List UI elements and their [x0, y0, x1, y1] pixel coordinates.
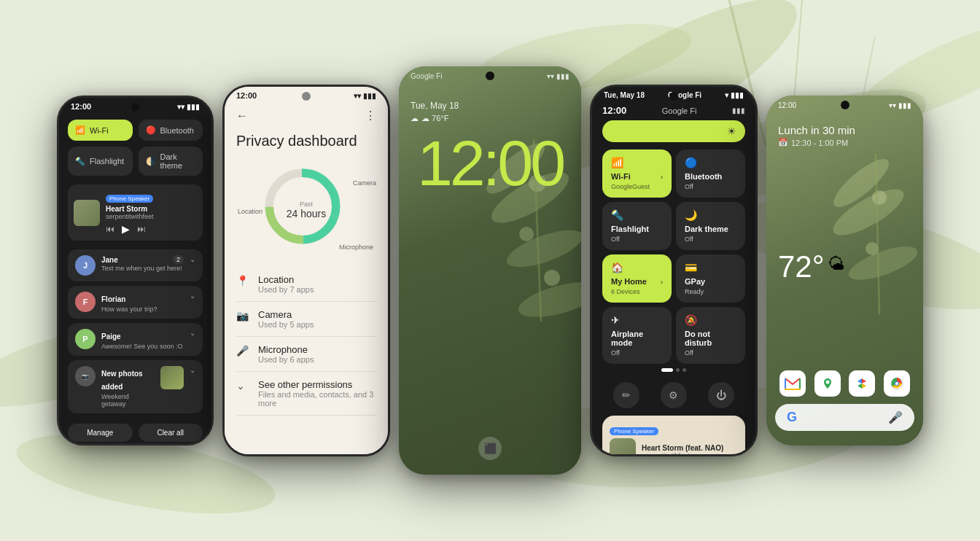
- other-permissions[interactable]: ⌄ See other permissions Files and media,…: [236, 372, 376, 416]
- photos-icon[interactable]: [849, 370, 875, 397]
- brightness-slider[interactable]: ☀: [602, 120, 745, 142]
- phone2-header: ← ⋮: [225, 103, 388, 125]
- event-card[interactable]: Lunch in 30 min 📅 12:30 - 1:00 PM: [766, 115, 923, 150]
- gmail-icon[interactable]: [779, 370, 806, 397]
- weather-widget: 72° 🌤: [778, 249, 845, 284]
- svg-point-21: [519, 227, 534, 241]
- weather-icon: ☁: [411, 114, 419, 123]
- p4-gpay-sub: Ready: [685, 288, 736, 295]
- p4-dark-title: Dark theme: [685, 225, 736, 233]
- notif-jane-content: Jane 2 Text me when you get here!: [101, 255, 184, 272]
- edit-icon[interactable]: ✏: [613, 382, 639, 408]
- maps-icon[interactable]: [814, 370, 841, 397]
- phone4-media-card[interactable]: Phone Speaker Heart Storm (feat. NAO) se…: [602, 416, 745, 454]
- microphone-perm-info: Microphone Used by 6 apps: [258, 344, 314, 364]
- darktheme-tile[interactable]: 🌗 Dark theme: [139, 147, 203, 176]
- notif-florian-msg: How was your trip?: [101, 305, 184, 313]
- phone3-carrier: Google Fi: [411, 72, 442, 80]
- play-button[interactable]: ▶: [122, 223, 130, 235]
- notif-florian[interactable]: F Florian How was your trip? ⌄: [68, 286, 203, 319]
- chevron-right-icon: ›: [661, 174, 663, 181]
- phone5-signal: ▾▾ ▮▮▮: [889, 101, 911, 109]
- notif-paige-content: Paige Awesome! See you soon :O: [101, 329, 184, 350]
- phone3-signal: ▾▾ ▮▮▮: [547, 72, 569, 80]
- phone-lockscreen: Google Fi ▾▾ ▮▮▮ Tue, May 18 ☁ ☁ 76°F 12…: [399, 66, 581, 475]
- chevron-down-icon-4: ⌄: [190, 366, 195, 374]
- p4-myhome-tile[interactable]: 🏠 My Home › 6 Devices: [602, 254, 672, 303]
- p4-bt-sub: Off: [685, 183, 736, 190]
- phone1-media-card[interactable]: Phone Speaker Heart Storm serpentitwithf…: [68, 184, 203, 241]
- next-button[interactable]: ⏭: [137, 224, 146, 234]
- bell-tile-icon: 🔕: [685, 314, 736, 326]
- google-search-bar[interactable]: G 🎤: [775, 404, 914, 431]
- svg-rect-32: [799, 378, 801, 390]
- nav-icon[interactable]: ⬛: [478, 437, 502, 460]
- other-perm-info: See other permissions Files and media, c…: [258, 379, 376, 408]
- clear-all-button[interactable]: Clear all: [139, 424, 203, 442]
- permissions-list: 📍 Location Used by 7 apps 📷 Camera Used …: [225, 261, 388, 421]
- google-logo: G: [787, 410, 797, 425]
- mic-search-icon[interactable]: 🎤: [888, 410, 903, 424]
- manage-button[interactable]: Manage: [68, 424, 133, 442]
- back-icon[interactable]: ←: [236, 109, 248, 122]
- more-icon[interactable]: ⋮: [365, 109, 376, 122]
- p4-darktheme-tile[interactable]: 🌙 Dark theme Off: [676, 202, 745, 250]
- notif-photos[interactable]: 📷 New photos added Weekend getaway ⌄: [68, 360, 203, 413]
- bluetooth-icon: 🔴: [146, 125, 156, 135]
- moon-tile-icon: 🌙: [685, 209, 736, 221]
- camera-perm-info: Camera Used by 5 apps: [258, 309, 314, 329]
- lockscreen-nav: ⬛: [478, 437, 502, 460]
- p4-dnd-title: Do not disturb: [685, 330, 736, 347]
- camera-permission[interactable]: 📷 Camera Used by 5 apps: [236, 302, 376, 337]
- notif-paige[interactable]: P Paige Awesome! See you soon :O ⌄: [68, 323, 203, 356]
- p4-gpay-tile[interactable]: 💳 GPay Ready: [676, 254, 745, 303]
- phone3-screen: Google Fi ▾▾ ▮▮▮ Tue, May 18 ☁ ☁ 76°F 12…: [399, 66, 581, 475]
- wifi-tile[interactable]: 📶 Wi-Fi: [68, 120, 133, 141]
- bluetooth-tile[interactable]: 🔴 Bluetooth: [139, 120, 203, 141]
- phone1-notifications: J Jane 2 Text me when you get here! ⌄ F …: [59, 244, 211, 419]
- chevron-down-icon-3: ⌄: [190, 329, 195, 337]
- location-icon: 📍: [236, 275, 251, 287]
- settings-icon[interactable]: ⚙: [661, 382, 687, 408]
- wifi-icon: 📶: [75, 125, 85, 135]
- airplane-tile-icon: ✈: [611, 314, 663, 326]
- media-controls: ⏮ ▶ ⏭: [106, 223, 197, 235]
- location-perm-title: Location: [258, 274, 314, 285]
- camera-notch-2: [302, 92, 311, 101]
- p4-airplane-tile[interactable]: ✈ Airplane mode Off: [602, 307, 672, 364]
- p4-home-title: My Home: [611, 277, 647, 286]
- microphone-permission[interactable]: 🎤 Microphone Used by 6 apps: [236, 337, 376, 372]
- chrome-icon[interactable]: [884, 370, 910, 397]
- p4-dnd-tile[interactable]: 🔕 Do not disturb Off: [676, 307, 745, 364]
- p4-media-tag: Phone Speaker: [610, 427, 658, 435]
- calendar-icon: 📅: [778, 138, 788, 147]
- g-letter-1: G: [787, 410, 797, 425]
- media-title: Heart Storm: [106, 205, 197, 213]
- phone-privacy-dashboard: 12:00 ▾▾ ▮▮▮ ← ⋮ Privacy dashboard: [222, 85, 390, 456]
- p4-wifi-sub: GoogleGuest: [611, 183, 663, 190]
- flashlight-tile[interactable]: 🔦 Flashlight: [68, 147, 133, 176]
- page-dots: [592, 368, 755, 372]
- p4-bluetooth-tile[interactable]: 🔵 Bluetooth Off: [676, 149, 745, 198]
- microphone-perm-title: Microphone: [258, 344, 314, 355]
- p4-flashlight-tile[interactable]: 🔦 Flashlight Off: [602, 202, 672, 250]
- flashlight-icon: 🔦: [75, 157, 85, 166]
- location-perm-sub: Used by 7 apps: [258, 285, 314, 294]
- power-icon[interactable]: ⏻: [708, 382, 734, 408]
- camera-icon: 📷: [236, 310, 251, 322]
- prev-button[interactable]: ⏮: [106, 224, 114, 234]
- p4-home-sub: 6 Devices: [611, 288, 663, 295]
- event-title: Lunch in 30 min: [778, 124, 911, 136]
- svg-point-35: [825, 381, 829, 384]
- p4-airplane-sub: Off: [611, 349, 663, 357]
- privacy-chart: Past 24 hours Location Camera Microphone: [236, 159, 376, 261]
- expand-icon: ⌄: [236, 380, 251, 392]
- app-dock: G 🎤: [766, 365, 923, 445]
- lockscreen-date: Tue, May 18: [399, 86, 581, 114]
- location-perm-info: Location Used by 7 apps: [258, 274, 314, 294]
- p4-wifi-tile[interactable]: 📶 Wi-Fi › GoogleGuest: [602, 149, 672, 198]
- home-chevron-icon: ›: [661, 279, 663, 286]
- notif-jane[interactable]: J Jane 2 Text me when you get here! ⌄: [68, 249, 203, 281]
- location-permission[interactable]: 📍 Location Used by 7 apps: [236, 267, 376, 302]
- chart-labels: Location Camera Microphone: [236, 159, 376, 261]
